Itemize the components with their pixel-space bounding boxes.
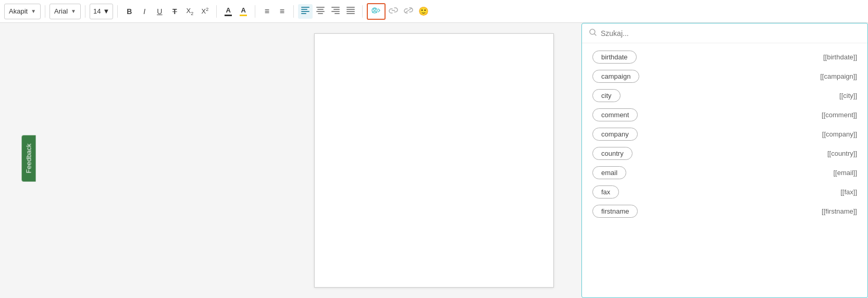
variable-code: [[firstname]] — [822, 207, 857, 215]
svg-rect-9 — [333, 9, 340, 10]
divider-4 — [216, 5, 217, 18]
divider-3 — [117, 5, 118, 18]
variable-row[interactable]: firstname[[firstname]] — [582, 202, 867, 221]
svg-rect-13 — [346, 9, 355, 10]
text-color-icon: A — [225, 6, 232, 16]
variable-insert-button[interactable] — [367, 3, 386, 20]
align-right-icon — [331, 7, 340, 16]
ordered-list-icon: ≡ — [265, 7, 269, 16]
underline-button[interactable]: U — [152, 4, 167, 19]
svg-rect-2 — [301, 11, 309, 12]
svg-rect-15 — [346, 13, 355, 14]
italic-icon: I — [143, 7, 145, 16]
link-icon — [389, 7, 398, 16]
variable-row[interactable]: comment[[comment]] — [582, 105, 867, 125]
variable-tag[interactable]: fax — [592, 185, 619, 198]
divider-1 — [45, 5, 45, 18]
highlight-color-icon: A — [240, 6, 247, 16]
align-center-button[interactable] — [313, 4, 328, 19]
font-size-select[interactable]: 14 ▼ — [90, 4, 113, 19]
variable-row[interactable]: birthdate[[birthdate]] — [582, 47, 867, 67]
font-family-label: Arial — [54, 7, 68, 15]
align-justify-icon — [346, 7, 355, 16]
variable-tag[interactable]: email — [592, 166, 626, 179]
unordered-list-icon: ≡ — [280, 7, 284, 16]
variable-dropdown-panel: birthdate[[birthdate]]campaign[[campaign… — [581, 23, 868, 298]
align-center-icon — [316, 7, 325, 16]
list-group: ≡ ≡ — [259, 4, 289, 19]
variable-code: [[company]] — [822, 130, 857, 138]
link-button[interactable] — [386, 4, 401, 19]
variable-tag[interactable]: campaign — [592, 70, 639, 83]
variable-row[interactable]: city[[city]] — [582, 86, 867, 105]
unlink-icon — [404, 7, 413, 16]
font-size-label: 14 — [93, 7, 101, 15]
unordered-list-button[interactable]: ≡ — [275, 4, 289, 19]
subscript-button[interactable]: X2 — [182, 4, 197, 19]
highlight-color-button[interactable]: A — [236, 4, 251, 19]
variables-list: birthdate[[birthdate]]campaign[[campaign… — [582, 43, 867, 297]
variable-tag[interactable]: comment — [592, 108, 638, 121]
align-right-button[interactable] — [328, 4, 343, 19]
underline-icon: U — [157, 7, 162, 16]
variable-code: [[birthdate]] — [823, 53, 857, 61]
main-content: birthdate[[birthdate]]campaign[[campaign… — [0, 23, 868, 298]
search-box — [582, 23, 867, 43]
ordered-list-button[interactable]: ≡ — [259, 4, 274, 19]
svg-rect-12 — [346, 7, 355, 8]
subscript-icon: X2 — [186, 7, 193, 16]
superscript-icon: X2 — [201, 7, 208, 15]
variable-code: [[city]] — [839, 92, 857, 100]
superscript-button[interactable]: X2 — [197, 4, 212, 19]
variable-row[interactable]: company[[company]] — [582, 125, 867, 144]
align-left-icon — [301, 7, 309, 16]
variable-row[interactable]: campaign[[campaign]] — [582, 67, 867, 86]
search-input[interactable] — [601, 29, 860, 38]
variable-code: [[country]] — [827, 150, 857, 157]
font-family-chevron: ▼ — [71, 8, 76, 14]
bold-icon: B — [127, 7, 132, 16]
svg-rect-1 — [301, 9, 307, 10]
align-justify-button[interactable] — [343, 4, 358, 19]
svg-rect-11 — [334, 13, 340, 14]
variable-tag[interactable]: country — [592, 147, 633, 160]
feedback-label: Feedback — [25, 144, 33, 173]
color-group: A A — [221, 4, 251, 19]
special-group: 🙂 — [367, 3, 431, 20]
svg-rect-14 — [346, 11, 355, 12]
variable-row[interactable]: fax[[fax]] — [582, 182, 867, 202]
emoji-button[interactable]: 🙂 — [416, 4, 431, 19]
svg-rect-8 — [331, 7, 340, 8]
unlink-button[interactable] — [401, 4, 416, 19]
italic-button[interactable]: I — [137, 4, 152, 19]
variable-row[interactable]: email[[email]] — [582, 163, 867, 182]
font-size-chevron: ▼ — [103, 7, 109, 15]
variable-tag[interactable]: birthdate — [592, 51, 637, 64]
variable-row[interactable]: country[[country]] — [582, 144, 867, 163]
variable-tag[interactable]: city — [592, 89, 621, 102]
variable-code: [[campaign]] — [820, 72, 857, 80]
align-left-button[interactable] — [298, 4, 313, 19]
variable-code: [[email]] — [833, 169, 857, 177]
svg-rect-4 — [316, 7, 325, 8]
paragraph-style-chevron: ▼ — [31, 8, 36, 14]
search-icon — [589, 29, 597, 38]
text-color-button[interactable]: A — [221, 4, 235, 19]
paragraph-style-select[interactable]: Akapit ▼ — [4, 4, 41, 19]
feedback-tab[interactable]: Feedback — [22, 135, 36, 182]
svg-rect-5 — [317, 9, 324, 10]
svg-rect-10 — [331, 11, 340, 12]
svg-rect-6 — [316, 11, 325, 12]
variable-tag[interactable]: company — [592, 128, 638, 141]
divider-6 — [293, 5, 294, 18]
align-group — [298, 4, 358, 19]
toolbar: Akapit ▼ Arial ▼ 14 ▼ B I U T X2 X2 — [0, 0, 868, 23]
editor-canvas[interactable] — [314, 33, 554, 288]
variable-tag[interactable]: firstname — [592, 205, 638, 218]
strikethrough-button[interactable]: T — [167, 4, 182, 19]
svg-point-17 — [374, 8, 376, 10]
variable-insert-icon — [371, 6, 381, 16]
font-family-select[interactable]: Arial ▼ — [49, 4, 81, 19]
bold-button[interactable]: B — [122, 4, 137, 19]
svg-line-21 — [594, 34, 596, 35]
